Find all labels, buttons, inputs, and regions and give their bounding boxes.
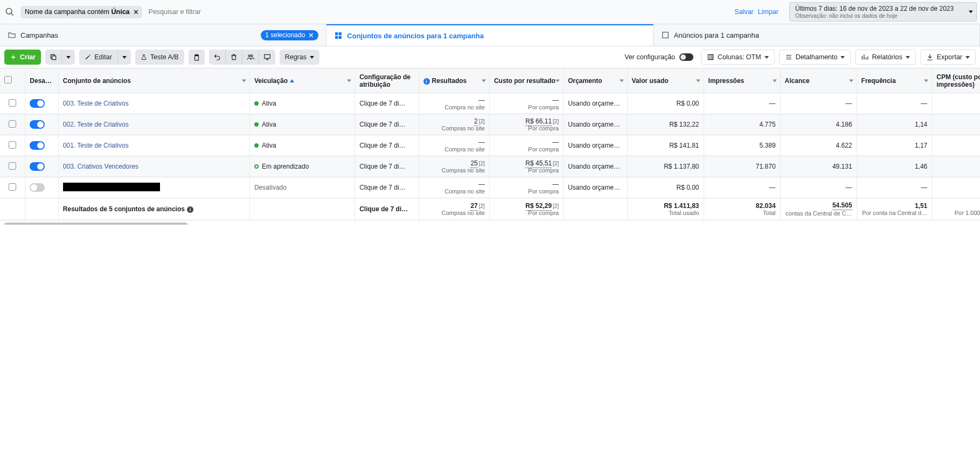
- clear-filter-link[interactable]: Limpar: [758, 8, 779, 16]
- budget-value: Usando orçame…: [568, 100, 620, 107]
- chevron-down-icon: [924, 79, 928, 82]
- duplicate-button[interactable]: [45, 50, 62, 65]
- ad-icon: [661, 31, 670, 39]
- freq-value: —: [921, 184, 927, 191]
- col-budget[interactable]: Orçamento: [564, 68, 627, 93]
- col-cpm[interactable]: CPM (custo por 1.000 impressões): [932, 68, 980, 93]
- breakdown-button[interactable]: Detalhamento: [779, 50, 851, 65]
- row-checkbox[interactable]: [9, 141, 16, 149]
- columns-button[interactable]: Colunas: OTM: [701, 50, 775, 65]
- button-label: Editar: [94, 53, 112, 61]
- reach-value: —: [846, 184, 852, 191]
- chevron-down-icon: [66, 56, 71, 59]
- save-filter-link[interactable]: Salvar: [734, 8, 753, 16]
- col-off[interactable]: Desativa: [25, 68, 59, 93]
- reach-value: 4.186: [836, 121, 852, 128]
- search-input[interactable]: [147, 5, 731, 19]
- table-row: DesativadoClique de 7 di…—Compra no site…: [0, 177, 980, 198]
- edit-button[interactable]: Editar: [79, 50, 118, 65]
- tab-ads[interactable]: Anúncios para 1 campanha: [654, 24, 980, 46]
- summary-freq: 1,51: [915, 202, 927, 210]
- chevron-down-icon: [620, 79, 624, 82]
- row-toggle[interactable]: [30, 141, 45, 150]
- col-freq[interactable]: Frequência: [857, 68, 933, 93]
- summary-impressions: 82.034: [756, 202, 776, 210]
- rules-button[interactable]: Regras: [280, 50, 319, 65]
- adset-name-link[interactable]: 003. Teste de Criativos: [63, 100, 129, 107]
- row-checkbox[interactable]: [9, 183, 16, 191]
- chevron-down-icon: [482, 79, 486, 82]
- col-attribution[interactable]: Configuração de atribuição: [355, 68, 419, 93]
- row-checkbox[interactable]: [9, 162, 16, 170]
- button-label: Regras: [285, 53, 307, 61]
- col-select-all[interactable]: [0, 68, 25, 93]
- chevron-down-icon: [965, 56, 970, 59]
- adset-name-link[interactable]: 002. Teste de Criativos: [63, 121, 129, 128]
- col-impressions[interactable]: Impressões: [704, 68, 781, 93]
- row-checkbox[interactable]: [9, 120, 16, 128]
- row-toggle[interactable]: [30, 162, 45, 171]
- adset-name-link[interactable]: 001. Teste de Criativos: [63, 142, 129, 149]
- copy-button[interactable]: [189, 50, 205, 65]
- budget-value: Usando orçame…: [568, 184, 620, 191]
- table-row: 001. Teste de CriativosAtivaClique de 7 …: [0, 135, 980, 156]
- edit-more-button[interactable]: [118, 50, 131, 65]
- row-toggle[interactable]: [30, 99, 45, 108]
- delete-button[interactable]: [226, 50, 242, 65]
- preview-button[interactable]: [259, 50, 275, 65]
- filter-chip-campaign-name[interactable]: Nome da campanha contém Única ✕: [20, 6, 142, 18]
- monitor-icon: [263, 53, 271, 61]
- attribution-setting: Clique de 7 di…: [359, 142, 405, 149]
- spend-value: R$ 0,00: [677, 100, 699, 107]
- view-config-toggle[interactable]: Ver configuração: [624, 53, 697, 61]
- chevron-down-icon: [696, 79, 700, 82]
- columns-icon: [707, 53, 714, 61]
- col-adset[interactable]: Conjunto de anúncios: [59, 68, 250, 93]
- scrollbar-thumb[interactable]: [4, 223, 187, 225]
- delivery-status: Ativa: [262, 100, 276, 107]
- horizontal-scrollbar[interactable]: [0, 220, 980, 225]
- reports-button[interactable]: Relatórios: [855, 50, 915, 65]
- adsets-table: Desativa Conjunto de anúncios Veiculação…: [0, 68, 980, 220]
- chevron-down-icon: [840, 56, 845, 59]
- tab-label: Anúncios para 1 campanha: [674, 31, 759, 39]
- chevron-down-icon: [906, 56, 910, 59]
- close-icon[interactable]: ✕: [133, 8, 139, 16]
- label: Ver configuração: [624, 53, 675, 61]
- col-cost[interactable]: Custo por resultado: [490, 68, 564, 93]
- row-toggle[interactable]: [30, 183, 45, 192]
- date-range-picker[interactable]: Últimos 7 dias: 16 de nov de 2023 a 22 d…: [789, 2, 977, 22]
- undo-button[interactable]: [209, 50, 226, 65]
- button-label: Teste A/B: [150, 53, 179, 61]
- cost-value: —: [552, 96, 559, 104]
- table-scroll[interactable]: Desativa Conjunto de anúncios Veiculação…: [0, 68, 980, 220]
- col-delivery[interactable]: Veiculação: [250, 68, 355, 93]
- info-icon: i: [423, 78, 430, 85]
- status-dot-icon: [254, 143, 259, 148]
- filter-bar: Nome da campanha contém Única ✕ Salvar L…: [0, 0, 980, 24]
- close-icon[interactable]: ✕: [308, 31, 314, 39]
- duplicate-more-button[interactable]: [62, 50, 75, 65]
- delivery-status: Desativado: [254, 184, 287, 191]
- row-checkbox[interactable]: [9, 99, 16, 107]
- col-spend[interactable]: Valor usado: [628, 68, 704, 93]
- tab-adsets[interactable]: Conjuntos de anúncios para 1 campanha: [326, 24, 653, 46]
- level-tabs: Campanhas 1 selecionado ✕ Conjuntos de a…: [0, 24, 980, 46]
- attribution-setting: Clique de 7 di…: [359, 184, 405, 191]
- date-range-main: Últimos 7 dias: 16 de nov de 2023 a 22 d…: [795, 5, 954, 12]
- flask-icon: [141, 54, 147, 60]
- adset-name-link[interactable]: 003. Criativos Vencedores: [63, 163, 138, 170]
- create-button[interactable]: ＋ Criar: [4, 50, 41, 65]
- selection-chip: 1 selecionado ✕: [261, 30, 318, 40]
- result-sub: Compra no site: [444, 104, 485, 110]
- result-sub: Compras no site: [442, 125, 485, 131]
- col-reach[interactable]: Alcance: [781, 68, 857, 93]
- ab-test-button[interactable]: Teste A/B: [135, 50, 184, 65]
- tag-button[interactable]: [242, 50, 259, 65]
- tab-campaigns[interactable]: Campanhas 1 selecionado ✕: [0, 24, 326, 46]
- row-toggle[interactable]: [30, 120, 45, 129]
- status-learning-icon: [254, 164, 259, 169]
- export-button[interactable]: Exportar: [920, 50, 976, 65]
- result-value: —: [478, 96, 485, 104]
- col-results[interactable]: iResultados: [419, 68, 490, 93]
